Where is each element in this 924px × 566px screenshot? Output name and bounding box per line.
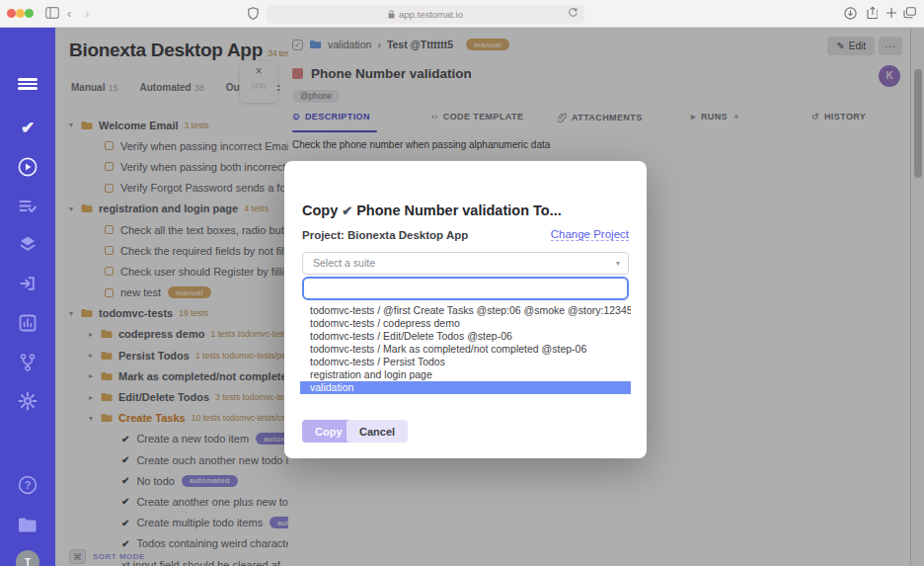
- share-icon[interactable]: [866, 6, 878, 20]
- help-icon[interactable]: ?: [0, 468, 55, 502]
- suite-option[interactable]: todomvc-tests / Edit/Delete Todos @step-…: [300, 330, 631, 343]
- minimize-window-button[interactable]: [16, 9, 25, 18]
- shield-icon[interactable]: [248, 7, 259, 20]
- suite-option[interactable]: todomvc-tests / @first Create Tasks @ste…: [300, 304, 631, 317]
- import-icon[interactable]: [0, 267, 55, 300]
- forward-icon[interactable]: ›: [85, 5, 89, 23]
- screenshot-root: ‹ › app.testomat.io: [0, 0, 924, 566]
- suite-option[interactable]: todomvc-tests / Persist Todos: [300, 356, 631, 368]
- projects-icon[interactable]: [0, 508, 55, 541]
- address-url: app.testomat.io: [399, 9, 463, 20]
- suite-option[interactable]: todomvc-tests / Mark as completed/not co…: [300, 343, 631, 356]
- address-bar[interactable]: app.testomat.io: [267, 5, 584, 24]
- chevron-down-icon: ▾: [616, 253, 620, 274]
- svg-text:?: ?: [25, 479, 32, 491]
- lock-icon: [388, 10, 395, 19]
- modal-project-label: Project: Bionexta Desktop App: [302, 229, 468, 241]
- tests-icon[interactable]: ✔: [0, 111, 55, 144]
- plans-icon[interactable]: [0, 190, 55, 223]
- new-tab-icon[interactable]: [886, 7, 897, 19]
- tabs-overview-icon[interactable]: [903, 7, 916, 19]
- suite-option[interactable]: todomvc-tests / codepress demo: [300, 317, 631, 330]
- sidebar-toggle-icon[interactable]: [45, 7, 59, 19]
- branch-icon[interactable]: [0, 346, 55, 379]
- browser-chrome: ‹ › app.testomat.io: [0, 0, 924, 28]
- close-window-button[interactable]: [7, 9, 16, 18]
- menu-icon[interactable]: [0, 67, 55, 101]
- cancel-button[interactable]: Cancel: [346, 420, 408, 443]
- check-icon: ✔: [342, 203, 352, 218]
- analytics-icon[interactable]: [0, 306, 55, 340]
- nav-rail: ✔ ?: [0, 28, 55, 566]
- suites-icon[interactable]: [0, 227, 55, 261]
- user-avatar[interactable]: T: [0, 545, 55, 566]
- suite-option[interactable]: registration and login page: [300, 368, 631, 381]
- runs-icon[interactable]: [0, 150, 55, 184]
- copy-to-modal: Copy✔Phone Number validation To... Proje…: [284, 161, 647, 458]
- reload-icon[interactable]: [568, 7, 578, 19]
- suite-options-list: todomvc-tests / @first Create Tasks @ste…: [300, 304, 631, 394]
- settings-icon[interactable]: [0, 384, 55, 418]
- change-project-link[interactable]: Change Project: [551, 228, 629, 241]
- app-window: ✔ ?: [0, 28, 924, 566]
- zoom-window-button[interactable]: [25, 9, 34, 18]
- back-icon[interactable]: ‹: [67, 5, 71, 23]
- suite-select[interactable]: Select a suite ▾: [302, 252, 629, 275]
- modal-title: Copy✔Phone Number validation To...: [302, 202, 562, 218]
- suite-option[interactable]: validation: [300, 381, 631, 394]
- download-icon[interactable]: [844, 7, 857, 20]
- suite-search-input[interactable]: [302, 277, 629, 300]
